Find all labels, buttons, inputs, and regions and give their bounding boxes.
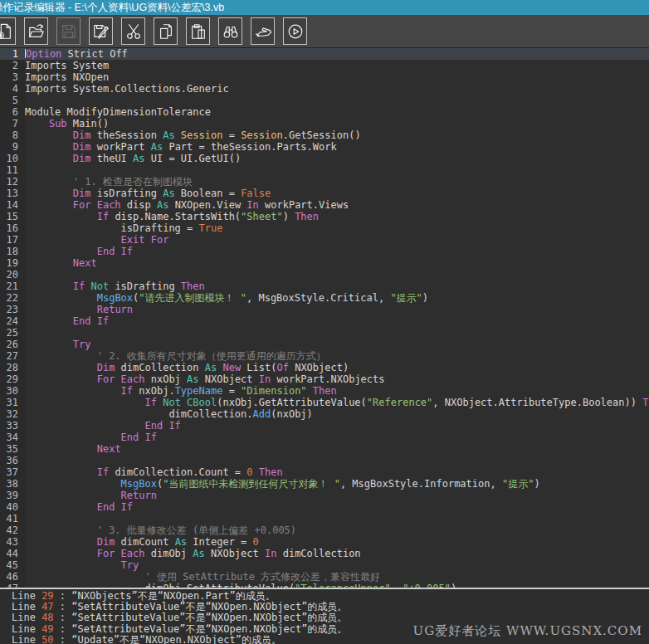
paste-button[interactable] bbox=[186, 17, 210, 45]
code-line[interactable]: 33 End If bbox=[0, 420, 649, 432]
code-line-text bbox=[25, 455, 649, 466]
find-button[interactable] bbox=[218, 17, 242, 45]
code-line[interactable]: 25 bbox=[0, 327, 649, 339]
save-as-button[interactable] bbox=[89, 17, 113, 45]
code-line[interactable]: 11 bbox=[0, 164, 649, 176]
code-line[interactable]: 14 For Each disp As NXOpen.View In workP… bbox=[0, 199, 649, 211]
code-line[interactable]: 19 Next bbox=[0, 257, 649, 269]
code-line[interactable]: 22 MsgBox("请先进入制图模块！ ", MsgBoxStyle.Crit… bbox=[0, 292, 649, 304]
code-line[interactable]: 44 For Each dimObj As NXObject In dimCol… bbox=[0, 548, 649, 559]
copy-icon bbox=[157, 22, 175, 41]
code-token: Of bbox=[276, 362, 288, 373]
code-token: As bbox=[205, 362, 217, 373]
code-line-text: If Not isDrafting Then bbox=[25, 281, 649, 292]
code-line[interactable]: 1Option Strict Off bbox=[0, 48, 649, 60]
code-line[interactable]: 27 ' 2. 收集所有尺寸对象（使用更通用的遍历方式） bbox=[0, 350, 649, 362]
error-line-number: 29 bbox=[41, 590, 53, 602]
code-line[interactable]: 29 For Each nxObj As NXObject In workPar… bbox=[0, 373, 649, 385]
code-line[interactable]: 10 Dim theUI As UI = UI.GetUI() bbox=[0, 153, 649, 164]
code-line[interactable]: 17 Exit For bbox=[0, 234, 649, 246]
format-button[interactable] bbox=[251, 17, 275, 45]
code-token: isDrafting = bbox=[25, 222, 199, 234]
code-line-text: If Not CBool(nxObj.GetAttributeValue("Re… bbox=[25, 397, 649, 408]
code-line[interactable]: 24 End If bbox=[0, 315, 649, 327]
code-line[interactable]: 16 isDrafting = True bbox=[0, 222, 649, 234]
code-line[interactable]: 40 End If bbox=[0, 501, 649, 513]
line-number: 25 bbox=[0, 327, 25, 339]
code-line[interactable]: 3Imports NXOpen bbox=[0, 71, 649, 83]
line-number: 12 bbox=[0, 176, 25, 188]
code-line[interactable]: 43 Dim dimCount As Integer = 0 bbox=[0, 536, 649, 548]
code-line[interactable]: 6Module ModifyDimensionTolerance bbox=[0, 106, 649, 118]
line-number: 24 bbox=[0, 315, 25, 327]
run-button[interactable] bbox=[283, 17, 307, 45]
code-token: (nxObj.GetAttributeValue( bbox=[217, 397, 367, 408]
code-line[interactable]: 28 Dim dimCollection As New List(Of NXOb… bbox=[0, 362, 649, 373]
code-line[interactable]: 45 Try bbox=[0, 559, 649, 571]
line-number: 14 bbox=[0, 199, 25, 211]
code-line[interactable]: 46 ' 使用 SetAttribute 方式修改公差，兼容性最好 bbox=[0, 571, 649, 583]
code-line[interactable]: 35 Next bbox=[0, 443, 649, 455]
code-line-text: Option Strict Off bbox=[25, 48, 649, 60]
code-line[interactable]: 38 MsgBox("当前图纸中未检测到任何尺寸对象！ ", MsgBoxSty… bbox=[0, 478, 649, 490]
code-line[interactable]: 5 bbox=[0, 95, 649, 106]
code-line[interactable]: 41 bbox=[0, 513, 649, 524]
code-line[interactable]: 32 dimCollection.Add(nxObj) bbox=[0, 408, 649, 420]
code-line[interactable]: 2Imports System bbox=[0, 60, 649, 71]
code-token: For Each bbox=[97, 373, 145, 385]
line-number: 42 bbox=[0, 524, 25, 536]
code-line[interactable]: 31 If Not CBool(nxObj.GetAttributeValue(… bbox=[0, 397, 649, 408]
code-token: .GetSession() bbox=[283, 129, 361, 141]
code-line-text: Return bbox=[25, 490, 649, 501]
code-token bbox=[25, 397, 145, 408]
code-line[interactable]: 9 Dim workPart As Part = theSession.Part… bbox=[0, 141, 649, 153]
code-token: "请先进入制图模块！ " bbox=[139, 292, 246, 304]
code-line[interactable]: 4Imports System.Collections.Generic bbox=[0, 83, 649, 95]
hand-icon bbox=[254, 22, 272, 41]
code-line-text: Dim workPart As Part = theSession.Parts.… bbox=[25, 141, 649, 153]
code-line[interactable]: 36 bbox=[0, 455, 649, 466]
code-line-text: Try bbox=[25, 559, 649, 571]
save-edit-icon bbox=[92, 22, 110, 41]
code-line[interactable]: 26 Try bbox=[0, 339, 649, 350]
code-line[interactable]: 23 Return bbox=[0, 304, 649, 315]
save-button[interactable] bbox=[56, 17, 81, 45]
code-line-text: MsgBox("请先进入制图模块！ ", MsgBoxStyle.Critica… bbox=[25, 292, 649, 304]
code-line[interactable]: 34 End If bbox=[0, 432, 649, 443]
error-message: “NXObjects”不是“NXOpen.Part”的成员。 bbox=[71, 590, 275, 602]
error-separator: : bbox=[54, 601, 72, 612]
code-line[interactable]: 30 If nxObj.TypeName = "Dimension" Then bbox=[0, 385, 649, 397]
code-token: workPart.Views bbox=[259, 199, 349, 211]
code-token: workPart.NXObjects bbox=[271, 373, 384, 385]
code-line[interactable]: 18 End If bbox=[0, 246, 649, 257]
code-line[interactable]: 21 If Not isDrafting Then bbox=[0, 281, 649, 292]
copy-button[interactable] bbox=[154, 17, 178, 45]
code-line-text: Next bbox=[25, 443, 649, 455]
code-line[interactable]: 42 ' 3. 批量修改公差 (单侧上偏差 +0.005) bbox=[0, 524, 649, 536]
line-number: 32 bbox=[0, 408, 25, 420]
code-line[interactable]: 8 Dim theSession As Session = Session.Ge… bbox=[0, 129, 649, 141]
code-token: nxObj. bbox=[133, 385, 175, 397]
code-line[interactable]: 20 bbox=[0, 269, 649, 281]
code-line[interactable]: 12 ' 1. 检查是否在制图模块 bbox=[0, 176, 649, 188]
new-button[interactable] bbox=[0, 17, 16, 45]
code-line[interactable]: 39 Return bbox=[0, 490, 649, 501]
code-token: disp.Name.StartsWith( bbox=[109, 211, 241, 222]
code-token: Main() bbox=[67, 118, 110, 129]
code-line-text: isDrafting = True bbox=[25, 222, 649, 234]
code-token: MsgBox bbox=[97, 292, 133, 304]
code-line-text: Imports System.Collections.Generic bbox=[25, 83, 649, 95]
code-area[interactable]: 1Option Strict Off2Imports System3Import… bbox=[0, 48, 649, 588]
code-line[interactable]: 7 Sub Main() bbox=[0, 118, 649, 129]
cut-button[interactable] bbox=[121, 17, 145, 45]
code-token: 0 bbox=[246, 466, 252, 478]
code-line-text: Dim isDrafting As Boolean = False bbox=[25, 188, 649, 199]
code-line[interactable]: 13 Dim isDrafting As Boolean = False bbox=[0, 188, 649, 199]
code-line[interactable]: 15 If disp.Name.StartsWith("Sheet") Then bbox=[0, 211, 649, 222]
code-token: True bbox=[199, 222, 223, 234]
code-line-text: End If bbox=[25, 432, 649, 443]
line-number: 44 bbox=[0, 548, 25, 559]
open-button[interactable] bbox=[24, 17, 48, 45]
line-number: 28 bbox=[0, 362, 25, 373]
code-line[interactable]: 37 If dimCollection.Count = 0 Then bbox=[0, 466, 649, 478]
